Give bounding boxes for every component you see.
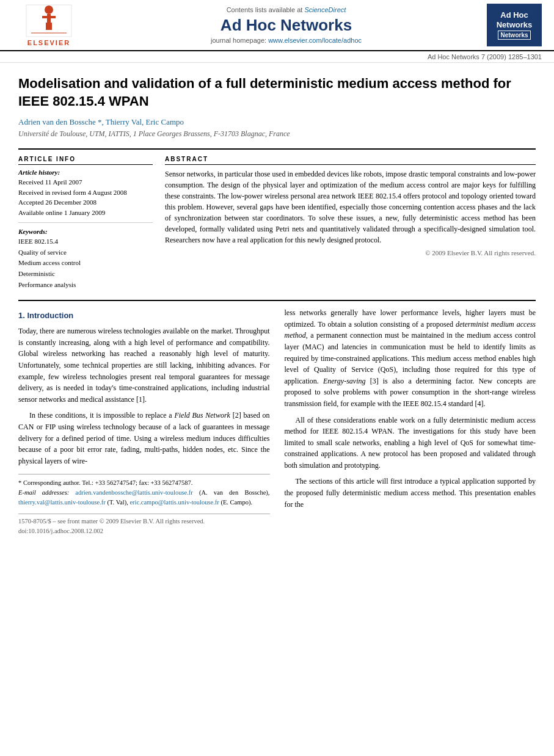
svg-rect-5 bbox=[49, 16, 56, 18]
logo-networks-badge: Networks bbox=[498, 31, 530, 40]
article-title: Modelisation and validation of a full de… bbox=[18, 75, 536, 110]
elsevier-brand: ELSEVIER bbox=[27, 39, 70, 46]
keyword-2: Quality of service bbox=[18, 247, 153, 258]
keyword-5: Performance analysis bbox=[18, 280, 153, 291]
copyright: © 2009 Elsevier B.V. All rights reserved… bbox=[165, 249, 536, 256]
article-affiliation: Université de Toulouse, UTM, IATTIS, 1 P… bbox=[18, 129, 536, 139]
meta-top: Ad Hoc Networks 7 (2009) 1285–1301 bbox=[0, 51, 554, 63]
footnote-section: * Corresponding author. Tel.: +33 562747… bbox=[18, 474, 270, 507]
keyword-4: Deterministic bbox=[18, 269, 153, 280]
footnote-email: E-mail addresses: adrien.vandenbossche@l… bbox=[18, 488, 270, 507]
body-para-4: All of these considerations enable work … bbox=[285, 415, 536, 471]
homepage-url[interactable]: www.elsevier.com/locate/adhoc bbox=[268, 37, 362, 44]
received1: Received 11 April 2007 bbox=[18, 177, 153, 187]
svg-rect-6 bbox=[46, 23, 49, 30]
divider-kw bbox=[18, 222, 153, 223]
sciencedirect-line: Contents lists available at ScienceDirec… bbox=[92, 6, 481, 13]
journal-title-display: Ad Hoc Networks bbox=[92, 16, 481, 35]
main-content: Modelisation and validation of a full de… bbox=[0, 63, 554, 548]
keyword-3: Medium access control bbox=[18, 258, 153, 269]
article-meta-section: Article Info Article history: Received 1… bbox=[18, 156, 536, 290]
divider-1 bbox=[18, 148, 536, 150]
article-history: Article history: Received 11 April 2007 … bbox=[18, 169, 153, 217]
received2: Received in revised form 4 August 2008 bbox=[18, 187, 153, 198]
section1-heading: 1. Introduction bbox=[18, 310, 270, 322]
journal-homepage: journal homepage: www.elsevier.com/locat… bbox=[92, 37, 481, 44]
keywords-label: Keywords: bbox=[18, 228, 153, 235]
body-col-left: 1. Introduction Today, there are numerou… bbox=[18, 307, 270, 536]
email-link-1[interactable]: adrien.vandenbossche@lattis.univ-toulous… bbox=[75, 489, 193, 496]
svg-rect-4 bbox=[42, 16, 48, 18]
svg-point-2 bbox=[45, 5, 53, 14]
article-info-col: Article Info Article history: Received 1… bbox=[18, 156, 153, 290]
article-authors: Adrien van den Bossche *, Thierry Val, E… bbox=[18, 117, 536, 127]
body-para-3: less networks generally have lower perfo… bbox=[285, 307, 536, 409]
article-info-header: Article Info bbox=[18, 156, 153, 165]
header-center: Contents lists available at ScienceDirec… bbox=[86, 6, 487, 44]
elsevier-logo: ELSEVIER bbox=[12, 4, 86, 46]
journal-logo-box: Ad HocNetworks Networks bbox=[487, 4, 542, 46]
footer-doi: doi:10.1016/j.adhoc.2008.12.002 bbox=[18, 526, 270, 536]
abstract-col: ABSTRACT Sensor networks, in particular … bbox=[165, 156, 536, 290]
body-col-right: less networks generally have lower perfo… bbox=[285, 307, 536, 536]
keyword-1: IEEE 802.15.4 bbox=[18, 236, 153, 247]
footnote-corresponding: * Corresponding author. Tel.: +33 562747… bbox=[18, 478, 270, 488]
body-para-1: Today, there are numerous wireless techn… bbox=[18, 325, 270, 405]
available-online: Available online 1 January 2009 bbox=[18, 208, 153, 218]
body-para-5: The sections of this article will first … bbox=[285, 476, 536, 510]
divider-2 bbox=[18, 300, 536, 301]
email-link-3[interactable]: eric.campo@lattis.univ-toulouse.fr bbox=[129, 499, 219, 506]
keywords-section: Keywords: IEEE 802.15.4 Quality of servi… bbox=[18, 228, 153, 290]
body-columns: 1. Introduction Today, there are numerou… bbox=[18, 307, 536, 536]
email-link-2[interactable]: thierry.val@lattis.univ-toulouse.fr bbox=[18, 499, 106, 506]
footer-issn: 1570-8705/$ – see front matter © 2009 El… bbox=[18, 514, 270, 526]
article-history-label: Article history: bbox=[18, 169, 153, 176]
abstract-text: Sensor networks, in particular those use… bbox=[165, 169, 536, 245]
body-para-2: In these conditions, it is impossible to… bbox=[18, 410, 270, 467]
journal-header: ELSEVIER Contents lists available at Sci… bbox=[0, 0, 554, 51]
accepted: Accepted 26 December 2008 bbox=[18, 197, 153, 208]
sciencedirect-link[interactable]: ScienceDirect bbox=[304, 6, 346, 13]
svg-rect-7 bbox=[49, 23, 52, 30]
abstract-label: ABSTRACT bbox=[165, 156, 536, 165]
logo-adhoc-text: Ad HocNetworks bbox=[497, 10, 533, 29]
